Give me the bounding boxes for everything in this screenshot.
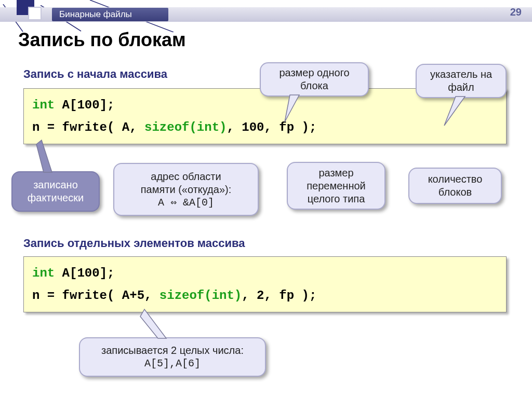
section2-heading: Запись отдельных элементов массива — [23, 237, 245, 250]
callout-tail-icon — [444, 97, 475, 122]
svg-marker-2 — [36, 140, 52, 172]
code-line: n = fwrite( A+5, sizeof(int), 2, fp ); — [32, 284, 498, 307]
code-line: n = fwrite( A, sizeof(int), 100, fp ); — [32, 116, 498, 139]
svg-marker-1 — [444, 97, 465, 126]
callout-file-pointer: указатель на файл — [416, 64, 507, 98]
slide-title: Запись по блокам — [18, 29, 186, 51]
callout-text: количество — [428, 173, 483, 186]
callout-code: A ⇔ &A[0] — [158, 196, 214, 209]
keyword-int: int — [32, 98, 55, 112]
callout-block-size: размер одного блока — [260, 62, 369, 97]
slide: Бинарные файлы 29 Запись по блокам Запис… — [0, 0, 532, 398]
callout-block-count: количество блоков — [408, 168, 502, 204]
callout-memory-address: адрес области памяти («откуда»): A ⇔ &A[… — [113, 163, 259, 216]
callout-text: переменной — [307, 180, 365, 193]
callout-tail-icon — [36, 140, 68, 172]
callout-text: памяти («откуда»): — [141, 183, 232, 196]
slide-header: Бинарные файлы 29 — [0, 7, 532, 22]
svg-marker-3 — [140, 309, 166, 338]
code-text: , 100, fp ); — [227, 120, 316, 134]
code-text: n = fwrite( A+5, — [32, 289, 159, 303]
chapter-title: Бинарные файлы — [52, 8, 168, 21]
page-number: 29 — [510, 6, 522, 18]
callout-text: блоков — [438, 186, 472, 199]
callout-text: размер одного блока — [269, 66, 360, 92]
code-text: A[100]; — [55, 266, 114, 280]
keyword-sizeof: sizeof(int) — [144, 120, 227, 134]
keyword-sizeof: sizeof(int) — [159, 289, 242, 303]
code-text: n = fwrite( A, — [32, 120, 144, 134]
callout-actual-written: записано фактически — [11, 171, 100, 212]
callout-tail-icon — [140, 309, 171, 338]
callout-tail-icon — [280, 95, 300, 116]
code-line: int A[100]; — [32, 262, 498, 284]
callout-text: целого типа — [308, 193, 365, 205]
code-text: , 2, fp ); — [242, 289, 316, 303]
callout-int-size: размер переменной целого типа — [287, 162, 385, 210]
callout-writes-two: записывается 2 целых числа: A[5],A[6] — [79, 337, 266, 377]
section1-heading: Запись с начала массива — [23, 67, 167, 81]
callout-text: записывается 2 целых числа: — [101, 344, 244, 357]
code-block-2: int A[100]; n = fwrite( A+5, sizeof(int)… — [23, 256, 507, 312]
callout-text: записано фактически — [21, 179, 90, 204]
code-text: A[100]; — [55, 98, 114, 112]
callout-text: размер — [318, 167, 353, 180]
callout-text: адрес области — [151, 170, 221, 183]
logo-icon — [16, 0, 47, 22]
callout-code: A[5],A[6] — [144, 357, 201, 370]
callout-text: указатель на файл — [425, 68, 497, 94]
keyword-int: int — [32, 266, 55, 280]
